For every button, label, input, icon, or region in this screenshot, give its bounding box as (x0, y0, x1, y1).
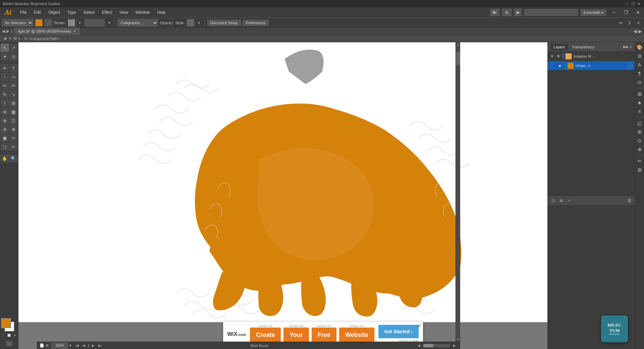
arrange-right-icon[interactable]: ▶ (638, 29, 642, 34)
opentype-panel-icon[interactable]: ⊙ (636, 79, 643, 86)
free-transform-tool[interactable]: ⊞ (9, 99, 17, 107)
pathfinder-panel-icon[interactable]: ♣ (636, 99, 643, 106)
zoom-tool[interactable]: 🔍 (9, 154, 17, 162)
menu-view[interactable]: View (116, 9, 132, 16)
slice-tool[interactable]: ✂ (9, 134, 17, 142)
transparency-tab[interactable]: Transparency (569, 44, 598, 50)
stroke-dropdown-icon[interactable]: ▾ (77, 19, 83, 27)
scale-tool[interactable]: ⤡ (9, 90, 17, 98)
none-indicator[interactable]: ⊘ (12, 333, 17, 338)
menu-file[interactable]: File (17, 9, 30, 16)
symbols-panel-icon[interactable]: ⊕ (636, 146, 643, 153)
layer-isolation[interactable]: ▼ 👁 Isolation M... (548, 52, 635, 61)
scissors-tool[interactable]: ✂ (9, 143, 17, 151)
align-icon[interactable]: ⇔ (617, 19, 625, 27)
stroke-color-swatch[interactable] (68, 19, 75, 27)
lasso-tool[interactable]: ⊙ (9, 52, 17, 60)
sublayer-compound[interactable]: ● <Com...> ○ (548, 61, 635, 70)
create-new-layer-button[interactable]: + (566, 197, 573, 204)
create-new-sublayer-button[interactable]: ⊕ (558, 197, 565, 204)
stroke-indicator[interactable]: ⬜ (7, 333, 11, 338)
tab-collapse[interactable]: 1 (11, 29, 13, 34)
symbol-sprayer-tool[interactable]: ⊛ (1, 108, 9, 116)
stroke-color-arrow[interactable]: ⤢ (45, 19, 52, 27)
eraser-tool[interactable]: ◻ (1, 143, 9, 151)
wix-free-button[interactable]: Free (312, 328, 336, 343)
tab-nav-right[interactable]: ▶ (6, 29, 9, 34)
next-page-button[interactable]: ▶ (90, 343, 96, 349)
window-restore-button[interactable]: ❐ (621, 9, 631, 16)
breadcrumb-forward[interactable]: ✕ (8, 36, 12, 41)
menu-effect[interactable]: Effect (99, 9, 115, 16)
prev-page-button[interactable]: ◀ (81, 343, 87, 349)
type-panel-icon[interactable]: A (636, 61, 643, 68)
arrange-left-icon[interactable]: ◀ (633, 29, 637, 34)
mesh-tool[interactable]: ⊕ (1, 116, 9, 124)
scroll-up-arrow[interactable]: ▲ (456, 42, 461, 47)
scroll-thumb[interactable] (456, 52, 460, 65)
search-input[interactable] (524, 9, 578, 16)
hand-tool[interactable]: ✋ (1, 154, 9, 162)
menu-object[interactable]: Object (45, 9, 63, 16)
arrange-button[interactable]: ⊞ (502, 9, 512, 16)
rectangle-tool[interactable]: ▭ (9, 73, 17, 81)
screen-mode-button[interactable]: ▭ (6, 341, 12, 346)
type-tool[interactable]: T (9, 64, 17, 72)
stroke-panel-icon[interactable]: ◱ (636, 119, 643, 127)
menu-select[interactable]: Select (80, 9, 98, 16)
tab-nav-left[interactable]: ◀ (2, 29, 5, 34)
restore-button[interactable]: ❐ (631, 1, 635, 6)
line-tool[interactable]: \ (1, 73, 9, 81)
document-setup-button[interactable]: Document Setup (207, 20, 241, 26)
direct-selection-tool[interactable]: ↗ (9, 44, 17, 52)
swatches-panel-icon[interactable]: ⊞ (636, 166, 643, 173)
wix-your-button[interactable]: Your (283, 328, 309, 343)
eyedropper-tool[interactable]: ⊘ (1, 125, 9, 133)
selection-tool[interactable]: ↖ (1, 44, 9, 52)
paintbrush-tool[interactable]: ✏ (1, 82, 9, 90)
live-paint-tool[interactable]: ⊕ (9, 125, 17, 133)
layers-icon[interactable]: ⧉ (636, 52, 643, 60)
bridge-button[interactable]: Br (490, 9, 499, 16)
magic-wand-tool[interactable]: ✦ (1, 52, 9, 60)
color-panel-icon[interactable]: 🎨 (636, 44, 643, 51)
make-clipping-mask-button[interactable]: ⊙ (550, 197, 556, 204)
artboard-tool[interactable]: ▣ (1, 134, 9, 142)
brushes-panel-icon[interactable]: ✏ (636, 157, 643, 165)
banner-close-button[interactable]: ✕ (417, 323, 421, 329)
style-dropdown-icon[interactable]: ▾ (196, 19, 202, 27)
panel-expand-button[interactable]: ▶▶ (623, 45, 629, 49)
scroll-down-arrow[interactable]: ▼ (456, 337, 461, 342)
pen-tool[interactable]: ✒ (1, 64, 9, 72)
pencil-tool[interactable]: ✏ (9, 82, 17, 90)
rotate-tool[interactable]: ↻ (1, 90, 9, 98)
panel-options-icon[interactable]: ≡ (635, 19, 642, 27)
paragraph-panel-icon[interactable]: ¶ (636, 70, 643, 77)
layer-expand-icon[interactable]: ▼ (550, 54, 554, 59)
zoom-input[interactable] (51, 343, 68, 349)
menu-edit[interactable]: Edit (31, 9, 44, 16)
transform-panel-icon[interactable]: ≡ (636, 108, 643, 115)
horizontal-scroll-thumb[interactable] (423, 344, 433, 347)
menu-type[interactable]: Type (64, 9, 79, 16)
first-page-button[interactable]: |◀ (74, 343, 80, 349)
breadcrumb-back[interactable]: ◀ (3, 36, 7, 41)
layers-tab[interactable]: Layers (550, 44, 569, 50)
distribute-icon[interactable]: ⇕ (626, 19, 633, 27)
sublayer-target-icon[interactable]: ○ (627, 63, 633, 68)
warp-tool[interactable]: ⌇ (1, 99, 9, 107)
horizontal-scrollbar[interactable] (423, 344, 450, 347)
gradient-tool[interactable]: ◫ (9, 116, 17, 124)
window-minimize-button[interactable]: ─ (609, 9, 619, 16)
workspace-selector[interactable]: Essentials ▾ (581, 9, 606, 16)
wix-create-button[interactable]: Create (250, 328, 281, 343)
fill-color-swatch[interactable] (35, 19, 43, 27)
fill-indicator[interactable]: ⬛ (1, 333, 6, 338)
vertical-scrollbar[interactable]: ▲ ▼ (455, 42, 460, 342)
layer-visibility-toggle[interactable]: 👁 (556, 54, 561, 59)
gradient-panel-icon[interactable]: ⊞ (636, 128, 643, 136)
panel-menu-button[interactable]: ≡ (630, 45, 632, 49)
delete-layer-button[interactable]: 🗑 (626, 197, 633, 204)
brush-type-dropdown[interactable]: Calligraphic... (118, 19, 158, 27)
appearance-panel-icon[interactable]: ⊙ (636, 137, 643, 144)
